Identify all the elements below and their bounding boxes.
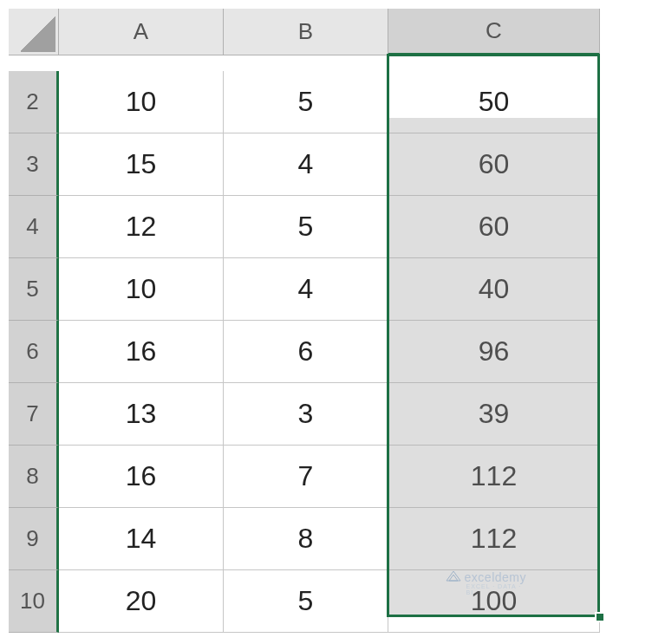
- cell-A8[interactable]: 16: [59, 446, 224, 508]
- cell-C2[interactable]: 50: [388, 71, 600, 133]
- col-header-C[interactable]: C: [388, 9, 600, 55]
- cell-B3[interactable]: 4: [224, 133, 388, 196]
- cell-C5[interactable]: 40: [388, 258, 600, 321]
- col-header-A[interactable]: A: [59, 9, 224, 55]
- row-header-8[interactable]: 8: [9, 446, 59, 508]
- cell-C7[interactable]: 39: [388, 383, 600, 446]
- cell-A4[interactable]: 12: [59, 196, 224, 258]
- cell-B6[interactable]: 6: [224, 321, 388, 383]
- cell-A10[interactable]: 20: [59, 570, 224, 633]
- row-header-6[interactable]: 6: [9, 321, 59, 383]
- row-header-4[interactable]: 4: [9, 196, 59, 258]
- row-header-7[interactable]: 7: [9, 383, 59, 446]
- spreadsheet-grid: A B C 2 10 5 50 3 15 4 60 4 12 5 60 5 10…: [9, 9, 656, 633]
- row-header-5[interactable]: 5: [9, 258, 59, 321]
- cell-B10[interactable]: 5: [224, 570, 388, 633]
- cell-B7[interactable]: 3: [224, 383, 388, 446]
- cell-C3[interactable]: 60: [388, 133, 600, 196]
- cell-B9[interactable]: 8: [224, 508, 388, 570]
- col-header-B[interactable]: B: [224, 9, 388, 55]
- cell-A3[interactable]: 15: [59, 133, 224, 196]
- row-header-10[interactable]: 10: [9, 570, 59, 633]
- row-header-9[interactable]: 9: [9, 508, 59, 570]
- select-all-corner[interactable]: [9, 9, 59, 55]
- cell-C6[interactable]: 96: [388, 321, 600, 383]
- cell-A7[interactable]: 13: [59, 383, 224, 446]
- cell-B8[interactable]: 7: [224, 446, 388, 508]
- cell-A5[interactable]: 10: [59, 258, 224, 321]
- cell-C4[interactable]: 60: [388, 196, 600, 258]
- cell-A2[interactable]: 10: [59, 71, 224, 133]
- cell-A9[interactable]: 14: [59, 508, 224, 570]
- row-header-2[interactable]: 2: [9, 71, 59, 133]
- cell-C10[interactable]: 100: [388, 570, 600, 633]
- fill-handle[interactable]: [595, 612, 605, 622]
- cell-B2[interactable]: 5: [224, 71, 388, 133]
- cell-C8[interactable]: 112: [388, 446, 600, 508]
- cell-B5[interactable]: 4: [224, 258, 388, 321]
- cell-C9[interactable]: 112: [388, 508, 600, 570]
- cell-B4[interactable]: 5: [224, 196, 388, 258]
- cell-A6[interactable]: 16: [59, 321, 224, 383]
- row-header-3[interactable]: 3: [9, 133, 59, 196]
